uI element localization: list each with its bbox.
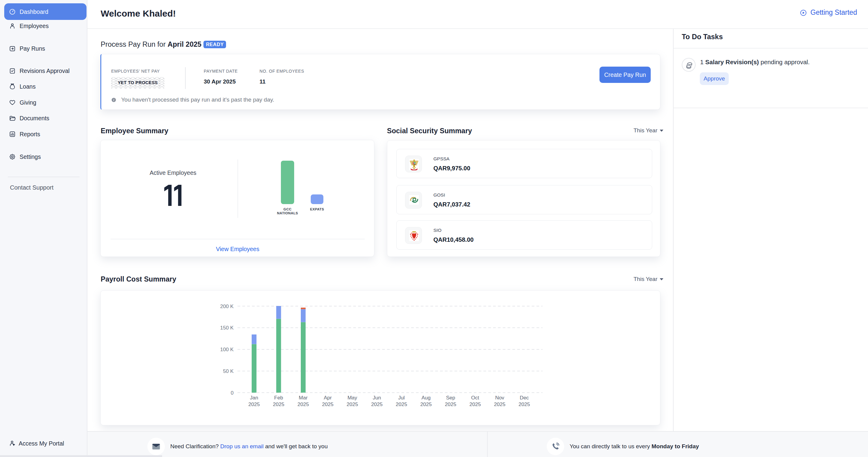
svg-text:50 K: 50 K (223, 368, 234, 374)
svg-text:Oct: Oct (471, 395, 479, 401)
svg-text:Jun: Jun (373, 395, 381, 401)
svg-text:Mar: Mar (299, 395, 308, 401)
svg-text:2025: 2025 (371, 401, 383, 407)
svg-text:2025: 2025 (519, 401, 530, 407)
svg-text:2025: 2025 (445, 401, 456, 407)
svg-text:Jul: Jul (398, 395, 405, 401)
svg-text:0: 0 (231, 390, 234, 396)
svg-text:2025: 2025 (298, 401, 309, 407)
svg-text:2025: 2025 (322, 401, 334, 407)
svg-text:2025: 2025 (470, 401, 481, 407)
svg-text:2025: 2025 (347, 401, 358, 407)
svg-text:2025: 2025 (396, 401, 407, 407)
svg-text:200 K: 200 K (220, 304, 234, 309)
svg-text:150 K: 150 K (220, 325, 234, 331)
svg-text:Dec: Dec (520, 395, 529, 401)
svg-text:2025: 2025 (273, 401, 284, 407)
svg-text:2025: 2025 (421, 401, 432, 407)
svg-text:Feb: Feb (274, 395, 283, 401)
svg-text:May: May (347, 395, 358, 401)
svg-text:Sep: Sep (446, 395, 455, 401)
svg-text:i: i (113, 98, 114, 101)
svg-text:Nov: Nov (495, 395, 504, 401)
svg-text:100 K: 100 K (220, 347, 234, 353)
svg-text:Aug: Aug (421, 395, 430, 401)
svg-text:2025: 2025 (494, 401, 505, 407)
svg-text:Apr: Apr (324, 395, 332, 401)
svg-text:Jan: Jan (250, 395, 258, 401)
svg-text:2025: 2025 (248, 401, 260, 407)
